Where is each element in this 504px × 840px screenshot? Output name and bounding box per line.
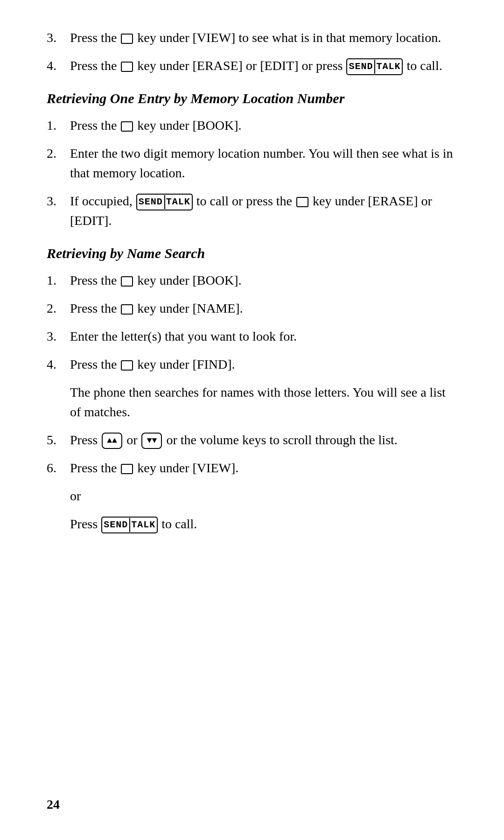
- list-item: 4. Press the key under [FIND].: [47, 355, 457, 374]
- talk-label: TALK: [166, 195, 190, 209]
- list-text: Press the key under [ERASE] or [EDIT] or…: [70, 56, 457, 76]
- nav-down-badge: ▼▼: [141, 433, 162, 449]
- nav-up-badge: ▲▲: [102, 433, 122, 449]
- page-content: 3. Press the key under [VIEW] to see wha…: [47, 28, 457, 534]
- list-text: Press the key under [BOOK].: [70, 116, 457, 135]
- send-label: SEND: [349, 60, 375, 74]
- list-item: 1. Press the key under [BOOK].: [47, 271, 457, 290]
- list-text: Press ▲▲ or ▼▼ or the volume keys to scr…: [70, 430, 457, 450]
- list-text: Enter the letter(s) that you want to loo…: [70, 327, 457, 346]
- scroll-info-paragraph: The phone then searches for names with t…: [70, 383, 457, 422]
- soft-key-icon: [121, 34, 133, 44]
- soft-key-icon: [121, 276, 133, 287]
- section-heading-memory-location: Retrieving One Entry by Memory Location …: [47, 91, 457, 106]
- page-number: 24: [47, 797, 60, 812]
- list-number: 2.: [47, 299, 70, 318]
- list-text: Press the key under [FIND].: [70, 355, 457, 374]
- list-item: 4. Press the key under [ERASE] or [EDIT]…: [47, 56, 457, 76]
- list-number: 4.: [47, 355, 70, 374]
- list-item: 5. Press ▲▲ or ▼▼ or the volume keys to …: [47, 430, 457, 450]
- send-talk-badge: SENDTALK: [346, 58, 403, 75]
- list-number: 1.: [47, 271, 70, 290]
- list-item: 1. Press the key under [BOOK].: [47, 116, 457, 135]
- soft-key-icon: [121, 62, 133, 72]
- list-number: 1.: [47, 116, 70, 135]
- soft-key-icon: [121, 464, 133, 474]
- list-text: Press the key under [VIEW].: [70, 458, 457, 478]
- send-talk-badge: SENDTALK: [101, 517, 158, 533]
- section-heading-name-search: Retrieving by Name Search: [47, 245, 457, 261]
- list-number: 3.: [47, 28, 70, 48]
- list-number: 6.: [47, 458, 70, 478]
- list-text: Enter the two digit memory location numb…: [70, 144, 457, 183]
- send-label: SEND: [104, 518, 130, 532]
- soft-key-icon: [121, 121, 133, 132]
- list-text: Press the key under [VIEW] to see what i…: [70, 28, 457, 48]
- list-item: 3. Press the key under [VIEW] to see wha…: [47, 28, 457, 48]
- send-talk-badge: SENDTALK: [136, 194, 193, 210]
- send-label: SEND: [139, 195, 165, 209]
- soft-key-icon: [121, 360, 133, 371]
- list-item: 6. Press the key under [VIEW].: [47, 458, 457, 478]
- list-number: 5.: [47, 430, 70, 450]
- list-text: Press the key under [BOOK].: [70, 271, 457, 290]
- soft-key-icon: [121, 304, 133, 315]
- list-number: 3.: [47, 327, 70, 346]
- talk-label: TALK: [376, 60, 400, 74]
- list-item: 2. Enter the two digit memory location n…: [47, 144, 457, 183]
- list-number: 4.: [47, 56, 70, 76]
- list-item: 2. Press the key under [NAME].: [47, 299, 457, 318]
- or-text: or: [70, 486, 457, 506]
- press-send-talk-text: Press SENDTALK to call.: [70, 514, 457, 534]
- list-number: 2.: [47, 144, 70, 183]
- list-number: 3.: [47, 191, 70, 231]
- list-item: 3. If occupied, SENDTALK to call or pres…: [47, 191, 457, 231]
- talk-label: TALK: [131, 518, 155, 532]
- soft-key-icon: [296, 197, 308, 207]
- list-text: Press the key under [NAME].: [70, 299, 457, 318]
- list-text: If occupied, SENDTALK to call or press t…: [70, 191, 457, 231]
- list-item: 3. Enter the letter(s) that you want to …: [47, 327, 457, 346]
